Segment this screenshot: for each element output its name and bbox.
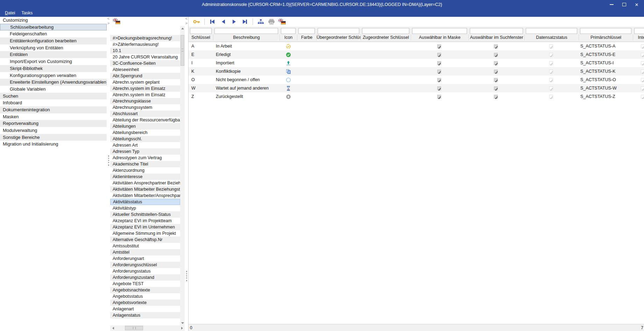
column-filter-input[interactable]	[214, 28, 278, 34]
checkbox-checked-icon[interactable]	[494, 61, 499, 66]
nav-next-icon[interactable]	[230, 18, 238, 25]
key-list-item[interactable]: Anlagenstatus	[110, 312, 180, 318]
sidebar-item[interactable]: Sonstige Bereiche	[0, 134, 107, 141]
checkbox-checked-icon[interactable]	[437, 77, 442, 83]
key-list-item[interactable]: Abrechnungsklasse	[110, 98, 180, 104]
column-filter-input[interactable]	[580, 28, 631, 34]
column-label[interactable]: Farbe	[297, 34, 316, 41]
column-label[interactable]: Zugeordneter Schlüssel	[361, 34, 411, 41]
scroll-up-icon[interactable]	[180, 26, 185, 31]
table-splitter[interactable]: < >	[185, 17, 188, 331]
scroll-left-icon[interactable]	[110, 325, 116, 331]
menu-tasks[interactable]: Tasks	[19, 10, 35, 16]
key-list-item[interactable]: Anforderungsstatus	[110, 268, 180, 274]
key-list-item[interactable]: Abrechn.system im Einsatz	[110, 92, 180, 98]
key-list-item[interactable]: Aktivitäten Mitarbeiter Beziehungsty	[110, 186, 180, 192]
key-list-item[interactable]: #>Deckungsbeitragsrechnung!	[110, 35, 180, 41]
key-list-item[interactable]: Ableseeinheit	[110, 66, 180, 73]
sidebar-item[interactable]: Verknüpfung von Entitäten	[0, 44, 107, 51]
sidebar-item[interactable]: Globale Variablen	[0, 86, 107, 93]
key-list-item[interactable]: Abschlussart	[110, 111, 180, 117]
splitter-grip-icon[interactable]	[186, 271, 187, 281]
key-list-item[interactable]: Abteilungsschl.	[110, 136, 180, 142]
key-list-item[interactable]: Abrechn.system im Einsatz	[110, 85, 180, 92]
key-list-item[interactable]: Aktenzuordnung	[110, 167, 180, 174]
scroll-right-icon[interactable]	[179, 325, 185, 331]
table-row[interactable]: ZZurückgestelltS_ACTSTATUS-Z	[189, 92, 644, 101]
column-label[interactable]: Beschreibung	[213, 34, 279, 41]
scrollbar-thumb[interactable]	[181, 35, 184, 66]
table-row[interactable]: KKonfliktkopieS_ACTSTATUS-K	[189, 67, 644, 76]
nav-first-icon[interactable]	[208, 18, 216, 25]
key-list-item[interactable]: Amtssubstitut	[110, 243, 180, 249]
column-label[interactable]: Schlüssel	[189, 34, 213, 41]
key-list-item[interactable]: Angebotsvortexte	[110, 300, 180, 306]
sidebar-item[interactable]: Skript-Bibliothek	[0, 65, 107, 72]
column-label[interactable]: Intern	[633, 34, 644, 41]
key-list-item[interactable]: Amtstitel	[110, 249, 180, 255]
language-flag-icon[interactable]	[278, 19, 286, 24]
splitter-grip-icon[interactable]	[108, 155, 109, 166]
sidebar-item[interactable]: Feldeigenschaften	[0, 30, 107, 37]
column-label[interactable]: Auswählbar im Suchfenster	[468, 34, 524, 41]
column-label[interactable]: Auswählbar in Maske	[411, 34, 468, 41]
checkbox-checked-icon[interactable]	[494, 69, 499, 74]
expand-right-icon[interactable]: >	[107, 21, 109, 26]
column-filter-input[interactable]	[298, 28, 315, 34]
key-list-item[interactable]: Abr.Sperrgrund	[110, 73, 180, 79]
key-list-item[interactable]: Abrechnungssystem	[110, 104, 180, 111]
sidebar-item[interactable]: Import/Export von Customizing	[0, 58, 107, 65]
checkbox-checked-icon[interactable]	[437, 69, 442, 74]
checkbox-checked-icon[interactable]	[494, 94, 499, 99]
scroll-down-icon[interactable]	[180, 321, 185, 325]
nav-prev-icon[interactable]	[219, 18, 227, 25]
key-list-item[interactable]: Angebotsstatus	[110, 293, 180, 300]
column-filter-input[interactable]	[634, 28, 644, 34]
key-list-item[interactable]: Abteilungen	[110, 123, 180, 129]
sidebar-item[interactable]: Migration und Initialisierung	[0, 141, 107, 148]
key-list-item[interactable]: Anforderungsart	[110, 255, 180, 262]
key-list-item[interactable]: Aktivitätsstatus	[110, 199, 180, 205]
checkbox-checked-icon[interactable]	[494, 44, 499, 49]
key-icon[interactable]	[193, 18, 200, 25]
column-label[interactable]: Primärschlüssel	[579, 34, 633, 41]
sidebar-item[interactable]: Entitätenkonfiguration bearbeiten	[0, 37, 107, 44]
key-list-item[interactable]: 20 Jahre CURSOR Veranstaltung	[110, 54, 180, 60]
sidebar-item[interactable]: Infoboard	[0, 99, 107, 106]
checkbox-checked-icon[interactable]	[437, 44, 442, 49]
key-list-item[interactable]: Aktieninteresse	[110, 174, 180, 180]
checkbox-checked-icon[interactable]	[437, 61, 442, 66]
table-row[interactable]: ONicht begonnen / offenS_ACTSTATUS-O	[189, 76, 644, 84]
key-list-item[interactable]: Akzeptanz EVI im Projektteam	[110, 218, 180, 224]
key-list-item[interactable]: Akademische Titel	[110, 161, 180, 167]
column-label[interactable]: Übergeordneter Schlüssel	[316, 34, 361, 41]
key-list-item[interactable]: Angebotsnachtexte	[110, 287, 180, 293]
column-filter-input[interactable]	[362, 28, 409, 34]
column-label[interactable]: Icon	[279, 34, 297, 41]
key-list-item[interactable]: Abrechn.system geplant	[110, 79, 180, 85]
sidebar-item[interactable]: Masken	[0, 113, 107, 120]
language-flag-icon[interactable]	[113, 19, 120, 24]
table-row[interactable]: EErledigtS_ACTSTATUS-E	[189, 50, 644, 59]
sidebar-item[interactable]: Suchen	[0, 93, 107, 100]
key-list-item[interactable]: Anlagenart	[110, 306, 180, 312]
maximize-button[interactable]	[620, 1, 628, 8]
key-list-item[interactable]: Adressen Typ	[110, 148, 180, 155]
sidebar-item[interactable]: Reportverwaltung	[0, 120, 107, 127]
column-filter-input[interactable]	[281, 28, 296, 34]
column-filter-input[interactable]	[190, 28, 212, 34]
key-list-item[interactable]: Aktivitäten Ansprechpartner Beziehu	[110, 180, 180, 186]
key-list-item[interactable]: Anforderungszustand	[110, 274, 180, 281]
key-list-horizontal-scrollbar[interactable]	[110, 325, 185, 331]
table-row[interactable]: WWartet auf jemand anderenS_ACTSTATUS-W	[189, 84, 644, 92]
sidebar-item[interactable]: Customizing	[0, 17, 107, 24]
column-filter-input[interactable]	[412, 28, 467, 34]
key-list-item[interactable]: Angebote TEST	[110, 281, 180, 287]
sidebar-item[interactable]: Schlüsselbearbeitung	[0, 24, 107, 31]
expand-right-icon[interactable]: >	[185, 21, 187, 26]
menu-datei[interactable]: Datei	[2, 10, 18, 16]
sidebar-item[interactable]: Entitäten	[0, 51, 107, 58]
key-list-item[interactable]: Abteilungsbereich	[110, 129, 180, 136]
table-row[interactable]: IImportiertS_ACTSTATUS-I	[189, 59, 644, 67]
key-list-item[interactable]: Adresstypen zum Vertrag	[110, 155, 180, 161]
